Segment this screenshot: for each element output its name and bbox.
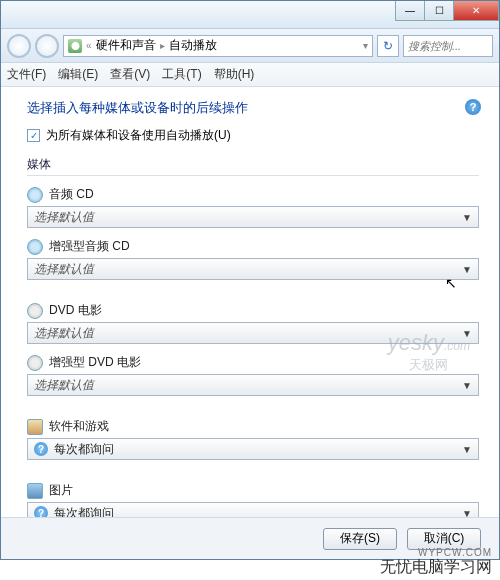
- dropdown-dvd[interactable]: 选择默认值 ▼: [27, 322, 479, 344]
- question-icon: ?: [34, 506, 48, 517]
- dropdown-audio-cd[interactable]: 选择默认值 ▼: [27, 206, 479, 228]
- dropdown-value: 每次都询问: [54, 505, 114, 518]
- forward-button[interactable]: [35, 34, 59, 58]
- label-software: 软件和游戏: [49, 418, 109, 435]
- chevron-right-icon: ▸: [160, 40, 165, 51]
- menu-tools[interactable]: 工具(T): [162, 66, 201, 83]
- dropdown-enhanced-cd[interactable]: 选择默认值 ▼: [27, 258, 479, 280]
- dropdown-value: 选择默认值: [34, 377, 94, 394]
- save-button[interactable]: 保存(S): [323, 528, 397, 550]
- menu-view[interactable]: 查看(V): [110, 66, 150, 83]
- menu-help[interactable]: 帮助(H): [214, 66, 255, 83]
- checkbox-icon[interactable]: ✓: [27, 129, 40, 142]
- address-dropdown-icon[interactable]: ▾: [363, 40, 368, 51]
- label-enhanced-dvd: 增强型 DVD 电影: [49, 354, 141, 371]
- help-icon[interactable]: ?: [465, 99, 481, 115]
- maximize-button[interactable]: ☐: [424, 1, 454, 21]
- content-area: ? 选择插入每种媒体或设备时的后续操作 ✓ 为所有媒体和设备使用自动播放(U) …: [1, 87, 499, 517]
- minimize-button[interactable]: —: [395, 1, 425, 21]
- software-icon: [27, 419, 43, 435]
- page-heading: 选择插入每种媒体或设备时的后续操作: [27, 99, 479, 117]
- chevron-down-icon: ▼: [462, 508, 472, 518]
- dropdown-value: 选择默认值: [34, 261, 94, 278]
- cd-icon: [27, 239, 43, 255]
- address-bar[interactable]: ⬤ « 硬件和声音 ▸ 自动播放 ▾: [63, 35, 373, 57]
- chevron-down-icon: ▼: [462, 264, 472, 275]
- dropdown-software[interactable]: ?每次都询问 ▼: [27, 438, 479, 460]
- chevron-down-icon: ▼: [462, 444, 472, 455]
- menu-edit[interactable]: 编辑(E): [58, 66, 98, 83]
- back-button[interactable]: [7, 34, 31, 58]
- location-icon: ⬤: [68, 39, 82, 53]
- question-icon: ?: [34, 442, 48, 456]
- title-bar: — ☐ ✕: [1, 1, 499, 29]
- dropdown-value: 每次都询问: [54, 441, 114, 458]
- chevron-down-icon: ▼: [462, 380, 472, 391]
- label-dvd: DVD 电影: [49, 302, 102, 319]
- dvd-icon: [27, 303, 43, 319]
- breadcrumb-autoplay[interactable]: 自动播放: [169, 37, 217, 54]
- chevron-down-icon: ▼: [462, 212, 472, 223]
- dropdown-value: 选择默认值: [34, 325, 94, 342]
- nav-bar: ⬤ « 硬件和声音 ▸ 自动播放 ▾ ↻: [1, 29, 499, 63]
- breadcrumb-hardware[interactable]: 硬件和声音: [96, 37, 156, 54]
- search-input[interactable]: [403, 35, 493, 57]
- dropdown-enhanced-dvd[interactable]: 选择默认值 ▼: [27, 374, 479, 396]
- dropdown-pictures[interactable]: ?每次都询问 ▼: [27, 502, 479, 517]
- refresh-button[interactable]: ↻: [377, 35, 399, 57]
- menu-file[interactable]: 文件(F): [7, 66, 46, 83]
- dropdown-value: 选择默认值: [34, 209, 94, 226]
- watermark-wypcw: 无忧电脑学习网: [380, 557, 492, 578]
- label-pictures: 图片: [49, 482, 73, 499]
- dvd-icon: [27, 355, 43, 371]
- label-enhanced-cd: 增强型音频 CD: [49, 238, 130, 255]
- breadcrumb-sep: «: [86, 40, 92, 51]
- checkbox-label: 为所有媒体和设备使用自动播放(U): [46, 127, 231, 144]
- section-media-label: 媒体: [27, 156, 479, 176]
- pictures-icon: [27, 483, 43, 499]
- chevron-down-icon: ▼: [462, 328, 472, 339]
- control-panel-window: — ☐ ✕ ⬤ « 硬件和声音 ▸ 自动播放 ▾ ↻ 文件(F) 编辑(E) 查…: [0, 0, 500, 560]
- label-audio-cd: 音频 CD: [49, 186, 94, 203]
- autoplay-all-checkbox-row[interactable]: ✓ 为所有媒体和设备使用自动播放(U): [27, 127, 479, 144]
- cd-icon: [27, 187, 43, 203]
- close-button[interactable]: ✕: [453, 1, 499, 21]
- menu-bar: 文件(F) 编辑(E) 查看(V) 工具(T) 帮助(H): [1, 63, 499, 87]
